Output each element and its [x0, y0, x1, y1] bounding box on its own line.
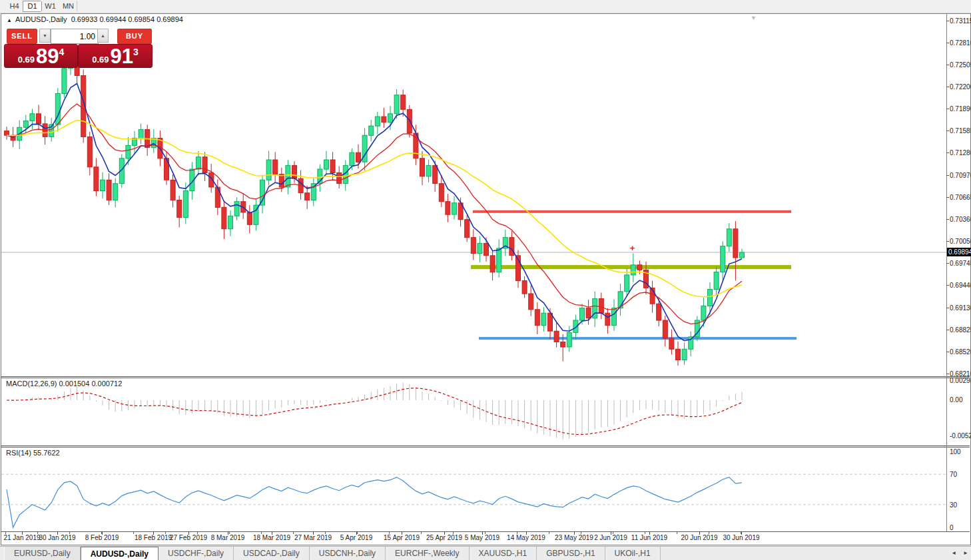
- date-axis-tick: [649, 532, 650, 535]
- price-axis-label: 0.72810: [950, 39, 971, 47]
- level-resistance: [473, 210, 791, 213]
- chart-tab-usdcad-daily[interactable]: USDCAD-,Daily: [234, 547, 310, 560]
- date-axis-label: 5 May 2019: [465, 534, 499, 541]
- tab-scroll-left-icon[interactable]: ◄: [951, 550, 956, 556]
- panel-splitter[interactable]: [1, 378, 970, 378]
- volume-increase-button[interactable]: ▲: [97, 29, 109, 43]
- macd-signal-line: [7, 388, 742, 435]
- chart-ohlc-values: 0.69933 0.69944 0.69854 0.69894: [71, 15, 183, 23]
- price-axis-tick: [946, 131, 949, 131]
- date-axis-tick: [272, 532, 272, 535]
- date-axis-label: 25 Apr 2019: [426, 534, 462, 541]
- macd-axis-zero: 0.00: [950, 396, 962, 404]
- date-axis-minor-tick: [549, 532, 549, 534]
- timeframe-button-h4[interactable]: H4: [5, 1, 24, 12]
- date-axis-tick: [22, 532, 23, 535]
- mt4-terminal: H4D1W1MN + ▲AUDUSD-,Daily 0.69933 0.6994…: [0, 0, 971, 560]
- macd-chart[interactable]: [1, 378, 946, 445]
- date-axis-label: 14 May 2019: [507, 534, 545, 541]
- chart-tab-eurusd-daily[interactable]: EURUSD-,Daily: [4, 547, 81, 560]
- macd-indicator-label: MACD(12,26,9) 0.001504 0.000712: [6, 380, 122, 388]
- rsi-axis-label: 0: [950, 524, 954, 531]
- price-axis-tick: [946, 65, 949, 65]
- chart-tab-xauusd-h1[interactable]: XAUUSD-,H1: [470, 547, 537, 560]
- date-axis-tick: [611, 532, 611, 535]
- macd-histogram: [7, 383, 742, 439]
- one-click-panel-collapse-icon[interactable]: ▼: [751, 15, 757, 21]
- date-axis-tick: [57, 532, 58, 535]
- tab-scroll-right-icon[interactable]: ►: [963, 550, 968, 556]
- date-axis-label: 15 Apr 2019: [384, 534, 420, 541]
- rsi-indicator-label: RSI(14) 55.7622: [6, 449, 60, 457]
- sell-button[interactable]: SELL: [7, 29, 37, 44]
- price-axis-tick: [946, 219, 949, 220]
- candles-group: [5, 49, 745, 366]
- date-axis-tick: [102, 532, 103, 535]
- price-axis-tick: [946, 21, 949, 21]
- chart-tab-ukoil-h1[interactable]: UKOil-,H1: [605, 547, 661, 560]
- timeframe-button-w1[interactable]: W1: [41, 1, 60, 12]
- date-axis-tick: [153, 532, 154, 535]
- price-axis-tick: [946, 43, 949, 43]
- trade-marker: +: [630, 243, 635, 253]
- timeframe-button-d1[interactable]: D1: [23, 1, 42, 12]
- date-axis-tick: [699, 532, 700, 535]
- rsi-axis-label: 100: [950, 448, 961, 455]
- date-axis-tick: [188, 532, 189, 535]
- chart-tab-usdchf-daily[interactable]: USDCHF-,Daily: [159, 547, 234, 560]
- chart-tab-eurchf-weekly[interactable]: EURCHF-,Weekly: [386, 547, 469, 560]
- toolbar-divider: [77, 1, 77, 11]
- chart-title: ▲AUDUSD-,Daily 0.69933 0.69944 0.69854 0…: [7, 15, 183, 23]
- date-axis-minor-tick: [677, 532, 677, 534]
- date-axis-minor-tick: [293, 532, 294, 534]
- price-axis[interactable]: [946, 14, 947, 531]
- buy-price-prefix: 0.69: [92, 55, 109, 65]
- date-axis-tick: [574, 532, 575, 535]
- rsi-line: [7, 477, 742, 527]
- price-axis-label: 0.72200: [950, 83, 971, 91]
- buy-price-button[interactable]: 0.69 91 3: [78, 44, 153, 68]
- one-click-trade-panel: SELL ▼ ▲ BUY 0.69 89 4 0.69 91 3: [4, 29, 151, 68]
- sell-price-point: 4: [59, 47, 65, 57]
- volume-decrease-button[interactable]: ▼: [39, 29, 51, 43]
- date-axis-tick: [228, 532, 228, 535]
- price-axis-tick: [946, 285, 949, 286]
- price-axis-tick: [946, 241, 949, 242]
- price-axis-label: 0.68825: [950, 326, 971, 334]
- price-axis-tick: [946, 175, 949, 176]
- buy-price-pips: 91: [111, 46, 133, 67]
- volume-input[interactable]: [51, 29, 99, 44]
- price-axis-label: 0.73115: [950, 17, 971, 25]
- date-axis-label: 23 May 2019: [555, 534, 593, 541]
- panel-splitter[interactable]: [1, 445, 970, 446]
- sell-price-button[interactable]: 0.69 89 4: [4, 44, 78, 68]
- ma-13-line: [7, 104, 742, 324]
- candlestick-chart[interactable]: +: [1, 14, 946, 377]
- price-axis-label: 0.70360: [950, 216, 971, 223]
- chart-tab-bar: EURUSD-,DailyAUDUSD-,DailyUSDCHF-,DailyU…: [0, 546, 971, 560]
- date-axis-tick: [526, 532, 527, 535]
- chart-tab-gbpusd-h1[interactable]: GBPUSD-,H1: [537, 547, 605, 560]
- date-axis-label: 27 Feb 2019: [170, 534, 207, 541]
- chevron-up-icon: ▲: [101, 33, 105, 38]
- date-axis-tick: [482, 532, 483, 535]
- chevron-down-icon: ▼: [43, 33, 47, 38]
- tab-scroll-arrows: ◄ ►: [951, 546, 968, 560]
- rsi-chart[interactable]: [1, 447, 946, 531]
- macd-axis-max: 0.002984: [950, 377, 971, 384]
- buy-button[interactable]: BUY: [117, 29, 152, 44]
- date-axis-label: 2 Jun 2019: [594, 534, 627, 541]
- date-axis-tick: [444, 532, 445, 535]
- chart-tab-audusd-daily[interactable]: AUDUSD-,Daily: [81, 547, 159, 560]
- chart-tab-usdcnh-daily[interactable]: USDCNH-,Daily: [310, 547, 386, 560]
- chart-symbol-label: AUDUSD-,Daily: [15, 15, 67, 23]
- date-axis-label: 30 Jan 2019: [39, 534, 75, 541]
- timeframe-button-mn[interactable]: MN: [59, 1, 78, 12]
- price-axis-tick: [946, 374, 949, 374]
- panel-splitter[interactable]: [1, 447, 970, 447]
- date-axis-label: 11 Jun 2019: [631, 534, 667, 541]
- date-axis-tick: [313, 532, 314, 535]
- date-axis-label: 21 Jan 2019: [3, 534, 40, 541]
- price-axis-label: 0.72505: [950, 61, 971, 69]
- panel-splitter[interactable]: [1, 376, 970, 377]
